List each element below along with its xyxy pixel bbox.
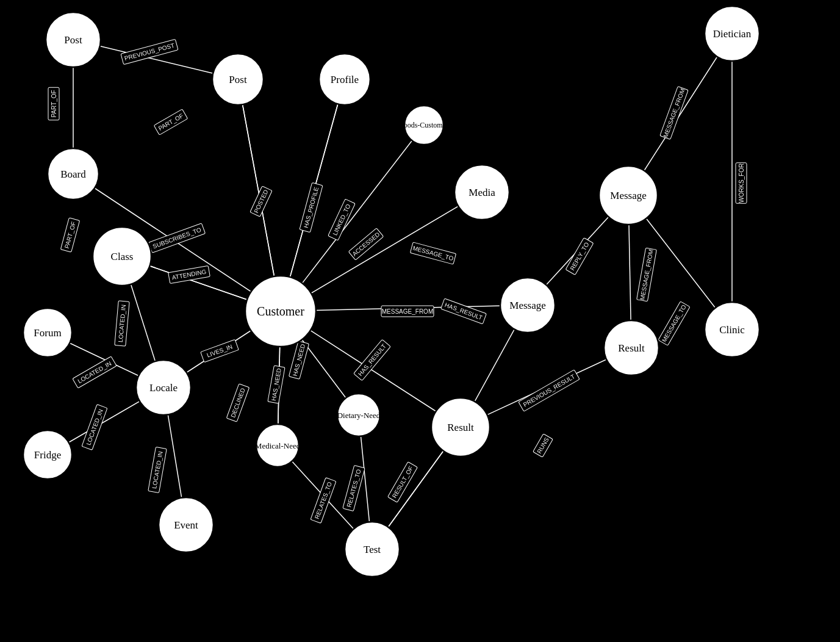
node-Customer: Customer — [245, 276, 316, 347]
node-Result1: Result — [604, 320, 659, 375]
edge-label-group: ATTENDING — [168, 265, 210, 283]
edge-label-group: SUBSCRIBES_TO — [148, 223, 205, 253]
node-label: Message — [610, 190, 646, 201]
edge-label-group: HAS_NEED — [268, 366, 285, 403]
node-Media: Media — [454, 165, 509, 220]
edge-label-group: HAS_RESULT — [441, 298, 487, 324]
node-Class: Class — [93, 227, 151, 286]
edge-label-group: DECLINED — [226, 384, 249, 422]
node-label: Forum — [34, 327, 61, 339]
node-Dietician: Dietician — [705, 6, 759, 61]
edge-label-group: ACCESSED — [348, 228, 384, 260]
edge-label-group: RUNS — [533, 434, 553, 457]
node-label: Media — [468, 187, 495, 198]
edge-label-group: POSTED — [250, 186, 272, 217]
edge-label-group: PART_OF — [60, 218, 79, 252]
edge-label-group: RELATES_TO — [311, 478, 336, 524]
edge-label-group: PREVIOUS_POST — [121, 39, 178, 64]
edge-label-text: HAS_RESULT — [357, 343, 387, 378]
node-Profile: Profile — [319, 54, 370, 105]
node-Locale: Locale — [136, 360, 191, 415]
edge-label-group: LIVES_IN — [201, 339, 239, 362]
edge-label-group: MESSAGE_FROM — [637, 248, 657, 301]
edge-label-text: MESSAGE_FROM — [382, 308, 433, 315]
node-label: Post — [64, 34, 82, 46]
node-label: Post — [229, 74, 247, 85]
knowledge-graph: PREVIOUS_POSTPART_OFPART_OFHAS_PROFILEPO… — [0, 0, 840, 642]
edge-label-group: HAS_NEED — [289, 341, 309, 380]
edge-label-text: PART_OF — [51, 90, 57, 117]
node-Event: Event — [159, 497, 214, 552]
edge-label-group: WORKS_FOR — [736, 163, 747, 204]
edge-label-group: MESSAGE_TO — [410, 242, 456, 264]
edge-label-group: HAS_PROFILE — [300, 182, 323, 232]
edge-label-group: PREVIOUS_RESULT — [519, 370, 580, 411]
node-label: Board — [60, 168, 86, 180]
node-label: Class — [111, 251, 134, 262]
edge-label-text: ACCESSED — [351, 231, 381, 258]
edge-label-group: RESULT_OF — [388, 462, 418, 503]
edge-label-group: PART_OF — [48, 87, 59, 120]
edge-label-group: RELATES_TO — [343, 465, 365, 511]
edge-label-group: LOCATED_IN — [148, 447, 167, 492]
edge-label-group: LOCATED_IN — [115, 301, 129, 346]
edge-label-group: MESSAGE_FROM — [660, 87, 688, 140]
node-label: Foods-Customer — [400, 121, 448, 129]
node-Board: Board — [48, 148, 99, 200]
edge-label-group: MESSAGE_FROM — [381, 306, 434, 317]
edge-label-text: PREVIOUS_RESULT — [522, 373, 576, 408]
node-Post1: Post — [46, 12, 101, 67]
node-label: Clinic — [719, 324, 745, 336]
edge-label-text: LOCATED_IN — [76, 360, 112, 385]
edge-label-group: HAS_RESULT — [354, 339, 391, 380]
edge-label-group: LOCATED_IN — [82, 405, 107, 450]
node-label: Result — [447, 422, 474, 433]
node-label: Customer — [257, 305, 304, 318]
edge-label-text: MESSAGE_FROM — [662, 87, 686, 138]
edge-label-group: PART_OF — [154, 109, 187, 135]
node-label: Dietary-Need — [337, 411, 381, 420]
node-label: Medical-Need — [255, 441, 301, 450]
node-label: Fridge — [34, 449, 61, 461]
node-Test: Test — [345, 522, 400, 577]
node-label: Test — [364, 544, 381, 555]
node-label: Result — [618, 342, 645, 354]
node-label: Event — [174, 519, 198, 531]
node-Clinic: Clinic — [705, 302, 759, 357]
edge-label-text: WORKS_FOR — [738, 164, 745, 203]
edge-label-text: RESULT_OF — [391, 465, 415, 499]
node-Forum: Forum — [23, 308, 72, 357]
node-FoodsCustomer: Foods-Customer — [400, 106, 448, 145]
node-Result2: Result — [431, 398, 490, 456]
edge-label-group: REPLY_TO — [565, 238, 594, 275]
edge-label-group: LOCATED_IN — [73, 356, 117, 388]
node-MedicalNeed: Medical-Need — [255, 424, 301, 467]
node-Fridge: Fridge — [23, 430, 72, 479]
edge-label-text: MESSAGE_TO — [661, 303, 687, 343]
node-label: Locale — [149, 382, 178, 394]
node-label: Profile — [331, 74, 359, 85]
node-label: Dietician — [713, 28, 752, 40]
node-DietaryNeed: Dietary-Need — [337, 394, 381, 436]
edge-label-text: SUBSCRIBES_TO — [152, 226, 203, 250]
edge-label-group: MESSAGE_TO — [658, 301, 690, 345]
node-Message1: Message — [599, 166, 658, 225]
node-Message2: Message — [500, 278, 555, 333]
node-Post2: Post — [212, 54, 264, 105]
node-label: Message — [509, 300, 545, 311]
